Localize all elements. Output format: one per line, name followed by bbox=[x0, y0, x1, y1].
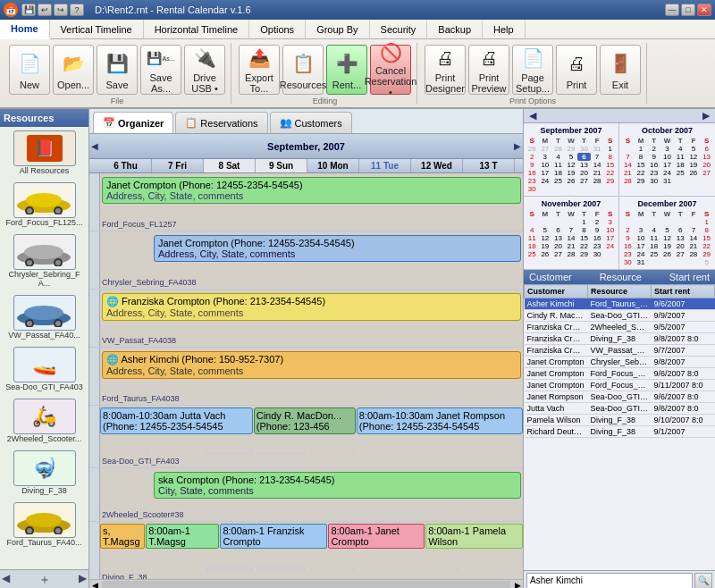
tab-horizontal-timeline[interactable]: Horizontal Timeline bbox=[144, 20, 250, 38]
row-toggle-diving[interactable] bbox=[89, 522, 100, 579]
oct-d30[interactable]: 30 bbox=[647, 177, 660, 185]
customer-row-7[interactable]: Janet Crompton Ford_Focus_FL125 9/11/200… bbox=[525, 380, 715, 391]
th-start[interactable]: Start rent bbox=[652, 285, 715, 298]
reservation-seadoo-3[interactable]: 8:00am-10:30am Janet Rompson (Phone: 124… bbox=[357, 407, 523, 434]
oct-d11[interactable]: 11 bbox=[674, 153, 687, 161]
sep-d25[interactable]: 25 bbox=[551, 177, 565, 185]
add-resource-button[interactable]: ＋ bbox=[38, 572, 51, 588]
oct-d17[interactable]: 17 bbox=[660, 161, 674, 169]
oct-d9[interactable]: 9 bbox=[647, 153, 660, 161]
oct-d12[interactable]: 12 bbox=[687, 153, 701, 161]
quick-save-btn[interactable]: 💾 bbox=[21, 4, 36, 16]
new-button[interactable]: 📄 New bbox=[9, 45, 50, 95]
sep-d9[interactable]: 9 bbox=[526, 161, 539, 169]
sep-d27[interactable]: 27 bbox=[539, 145, 552, 153]
sep-d22[interactable]: 22 bbox=[603, 169, 617, 177]
sep-d4[interactable]: 4 bbox=[551, 153, 565, 161]
customer-row-4[interactable]: Franziska Crompton VW_Passat_FA403 9/7/2… bbox=[525, 345, 715, 357]
tab-options[interactable]: Options bbox=[249, 20, 306, 38]
tab-help[interactable]: Help bbox=[483, 20, 526, 38]
reservation-diving-3[interactable]: 8:00am-1 Franzisk Crompto bbox=[220, 524, 327, 549]
reservation-diving-2[interactable]: 8:00am-1 T.Magsg bbox=[146, 524, 219, 549]
open-button[interactable]: 📂 Open... bbox=[53, 45, 94, 95]
oct-d19[interactable]: 19 bbox=[687, 161, 701, 169]
h-scrollbar[interactable]: ◀ ▶ bbox=[89, 579, 523, 588]
sep-d30b[interactable]: 30 bbox=[526, 185, 539, 193]
sep-d18[interactable]: 18 bbox=[551, 169, 565, 177]
sep-d27b[interactable]: 27 bbox=[577, 177, 591, 185]
print-button[interactable]: 🖨 Print bbox=[556, 45, 597, 95]
oct-d28[interactable]: 28 bbox=[621, 177, 635, 185]
oct-d10[interactable]: 10 bbox=[660, 153, 674, 161]
resources-button[interactable]: 📋 Resources bbox=[282, 45, 324, 95]
start-col-header[interactable]: Start rent bbox=[668, 272, 711, 282]
tab-home[interactable]: Home bbox=[0, 20, 50, 39]
resource-scroll-right[interactable]: ▶ bbox=[79, 572, 87, 588]
quick-help-btn[interactable]: ? bbox=[70, 4, 84, 16]
customer-row-10[interactable]: Pamela Wilson Diving_F_38 9/10/2007 8:0 bbox=[525, 415, 715, 426]
customer-col-header[interactable]: Customer bbox=[527, 272, 574, 282]
view-tab-reservations[interactable]: 📋 Reservations bbox=[175, 112, 267, 133]
resource-item-ford-taurus[interactable]: Ford_Taurus_FA40... bbox=[4, 502, 85, 547]
sep-d16[interactable]: 16 bbox=[526, 169, 539, 177]
oct-d15[interactable]: 15 bbox=[635, 161, 648, 169]
export-button[interactable]: 📤 Export To... bbox=[239, 45, 280, 95]
sep-d11[interactable]: 11 bbox=[551, 161, 565, 169]
row-toggle-sea-doo[interactable] bbox=[89, 406, 100, 467]
oct-d4[interactable]: 4 bbox=[674, 145, 687, 153]
oct-d14[interactable]: 14 bbox=[621, 161, 635, 169]
oct-d31[interactable]: 31 bbox=[660, 177, 674, 185]
sep-d13[interactable]: 13 bbox=[577, 161, 591, 169]
oct-d24[interactable]: 24 bbox=[660, 169, 674, 177]
minimize-button[interactable]: — bbox=[665, 4, 679, 16]
tab-vertical-timeline[interactable]: Vertical Timeline bbox=[50, 20, 144, 38]
reservation-diving-4[interactable]: 8:00am-1 Janet Crompto bbox=[328, 524, 425, 549]
reservation-ford-focus-1[interactable]: Janet Crompton (Phone: 12455-2354-54545)… bbox=[102, 177, 521, 204]
scroll-left-btn[interactable]: ◀ bbox=[89, 581, 100, 589]
oct-d6[interactable]: 6 bbox=[700, 145, 713, 153]
customer-row-8[interactable]: Janet Rompson Sea-Doo_GTI_FA4 9/6/2007 8… bbox=[525, 391, 715, 403]
oct-d3[interactable]: 3 bbox=[660, 145, 674, 153]
reservation-chrysler-1[interactable]: Janet Crompton (Phone: 12455-2354-54545)… bbox=[154, 235, 521, 262]
sep-d29[interactable]: 29 bbox=[565, 145, 578, 153]
sep-d21[interactable]: 21 bbox=[591, 169, 604, 177]
customer-row-0[interactable]: Asher Kimchi Ford_Taurus_FA4 9/6/2007 bbox=[525, 298, 715, 310]
sep-d3[interactable]: 3 bbox=[539, 153, 552, 161]
view-tab-organizer[interactable]: 📅 Organizer bbox=[93, 112, 173, 133]
exit-button[interactable]: 🚪 Exit bbox=[600, 45, 641, 95]
print-designer-button[interactable]: 🖨 Print Designer bbox=[425, 45, 466, 95]
scroll-right-btn[interactable]: ▶ bbox=[512, 581, 523, 589]
oct-d18[interactable]: 18 bbox=[674, 161, 687, 169]
oct-d29[interactable]: 29 bbox=[635, 177, 648, 185]
sep-d30[interactable]: 30 bbox=[577, 145, 591, 153]
customer-row-1[interactable]: Cindy R. MacDougl Sea-Doo_GTI_FA4 9/9/20… bbox=[525, 310, 715, 322]
tab-group-by[interactable]: Group By bbox=[306, 20, 369, 38]
oct-d25[interactable]: 25 bbox=[674, 169, 687, 177]
row-toggle-ford-focus[interactable] bbox=[89, 173, 100, 231]
sep-d7[interactable]: 7 bbox=[591, 153, 604, 161]
reservation-taurus-1[interactable]: 🌐 Asher Kimchi (Phone: 150-952-7307) Add… bbox=[102, 351, 521, 379]
resource-col-header[interactable]: Resource bbox=[598, 272, 644, 282]
resource-item-sea-doo[interactable]: 🚤 Sea-Doo_GTI_FA403 bbox=[4, 347, 85, 391]
quick-undo-btn[interactable]: ↩ bbox=[38, 4, 52, 16]
sep-d19[interactable]: 19 bbox=[565, 169, 578, 177]
customer-row-5[interactable]: Janet Crompton Chrysler_Sebring_ 9/8/200… bbox=[525, 357, 715, 368]
sep-d28[interactable]: 28 bbox=[551, 145, 565, 153]
resource-item-2wheeled[interactable]: 🛵 2Wheeled_Scooter... bbox=[4, 399, 85, 443]
row-toggle-ford-taurus[interactable] bbox=[89, 348, 100, 405]
customer-row-6[interactable]: Janet Crompton Ford_Focus_FL125 9/6/2007… bbox=[525, 368, 715, 380]
sep-d2[interactable]: 2 bbox=[526, 153, 539, 161]
mini-cal-prev-btn[interactable]: ◀ bbox=[526, 110, 539, 122]
resource-item-diving[interactable]: 🤿 Diving_F_38 bbox=[4, 450, 85, 495]
resource-item-ford-focus[interactable]: Ford_Focus_FL125... bbox=[4, 182, 85, 227]
tab-security[interactable]: Security bbox=[370, 20, 428, 38]
sep-d26[interactable]: 26 bbox=[526, 145, 539, 153]
oct-d7[interactable]: 7 bbox=[621, 153, 635, 161]
tab-backup[interactable]: Backup bbox=[427, 20, 483, 38]
row-toggle-vw[interactable] bbox=[89, 290, 100, 347]
customer-row-3[interactable]: Franziska Crompton Diving_F_38 9/8/2007 … bbox=[525, 333, 715, 345]
oct-d5[interactable]: 5 bbox=[687, 145, 701, 153]
sep-d26b[interactable]: 26 bbox=[565, 177, 578, 185]
row-toggle-chrysler[interactable] bbox=[89, 231, 100, 289]
sep-d28b[interactable]: 28 bbox=[591, 177, 604, 185]
